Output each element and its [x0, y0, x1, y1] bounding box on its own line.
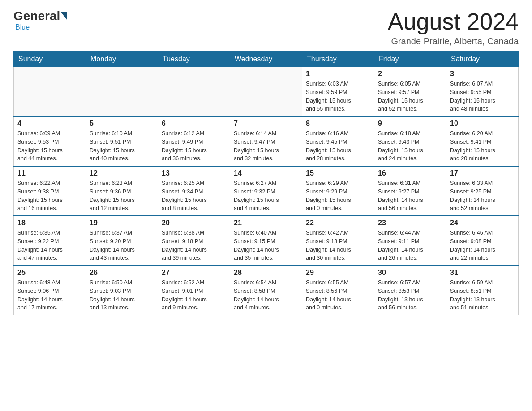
day-info: Sunrise: 6:42 AMSunset: 9:13 PMDaylight:…: [306, 229, 370, 262]
day-number: 3: [450, 70, 515, 78]
calendar-cell: 31Sunrise: 6:59 AMSunset: 8:51 PMDayligh…: [446, 265, 519, 315]
calendar-cell: 8Sunrise: 6:16 AMSunset: 9:45 PMDaylight…: [302, 116, 374, 166]
calendar-cell: 1Sunrise: 6:03 AMSunset: 9:59 PMDaylight…: [302, 67, 374, 117]
day-info: Sunrise: 6:50 AMSunset: 9:03 PMDaylight:…: [90, 278, 154, 312]
calendar-cell: 28Sunrise: 6:54 AMSunset: 8:58 PMDayligh…: [230, 265, 302, 315]
day-number: 4: [17, 120, 82, 128]
title-block: August 2024 Grande Prairie, Alberta, Can…: [388, 9, 519, 47]
calendar-cell: 16Sunrise: 6:31 AMSunset: 9:27 PMDayligh…: [374, 166, 446, 216]
day-number: 23: [378, 219, 442, 227]
day-number: 29: [306, 269, 370, 277]
calendar-cell: 10Sunrise: 6:20 AMSunset: 9:41 PMDayligh…: [446, 116, 519, 166]
day-info: Sunrise: 6:27 AMSunset: 9:32 PMDaylight:…: [234, 179, 298, 213]
calendar-cell: 21Sunrise: 6:40 AMSunset: 9:15 PMDayligh…: [230, 216, 302, 265]
calendar-cell: 20Sunrise: 6:38 AMSunset: 9:18 PMDayligh…: [158, 216, 230, 265]
day-number: 26: [90, 269, 154, 277]
calendar-cell: 9Sunrise: 6:18 AMSunset: 9:43 PMDaylight…: [374, 116, 446, 166]
day-number: 13: [162, 169, 226, 177]
day-number: 11: [17, 169, 82, 177]
calendar-cell: 22Sunrise: 6:42 AMSunset: 9:13 PMDayligh…: [302, 216, 374, 265]
day-number: 5: [90, 120, 154, 128]
day-number: 6: [162, 120, 226, 128]
day-number: 18: [17, 219, 82, 227]
day-number: 28: [234, 269, 298, 277]
day-info: Sunrise: 6:12 AMSunset: 9:49 PMDaylight:…: [162, 129, 226, 163]
day-number: 2: [378, 70, 442, 78]
day-header-thursday: Thursday: [302, 51, 374, 67]
calendar-cell: 18Sunrise: 6:35 AMSunset: 9:22 PMDayligh…: [14, 216, 86, 265]
logo: General Blue: [13, 9, 68, 31]
day-info: Sunrise: 6:09 AMSunset: 9:53 PMDaylight:…: [17, 129, 82, 163]
day-info: Sunrise: 6:46 AMSunset: 9:08 PMDaylight:…: [450, 229, 515, 262]
logo-general-text: General: [13, 9, 60, 23]
calendar-cell: 27Sunrise: 6:52 AMSunset: 9:01 PMDayligh…: [158, 265, 230, 315]
day-info: Sunrise: 6:48 AMSunset: 9:06 PMDaylight:…: [17, 278, 82, 312]
day-info: Sunrise: 6:07 AMSunset: 9:55 PMDaylight:…: [450, 80, 515, 113]
day-info: Sunrise: 6:37 AMSunset: 9:20 PMDaylight:…: [90, 229, 154, 262]
day-info: Sunrise: 6:29 AMSunset: 9:29 PMDaylight:…: [306, 179, 370, 213]
day-number: 9: [378, 120, 442, 128]
day-info: Sunrise: 6:55 AMSunset: 8:56 PMDaylight:…: [306, 278, 370, 312]
calendar-cell: 15Sunrise: 6:29 AMSunset: 9:29 PMDayligh…: [302, 166, 374, 216]
location-subtitle: Grande Prairie, Alberta, Canada: [388, 36, 519, 47]
calendar-week-row: 1Sunrise: 6:03 AMSunset: 9:59 PMDaylight…: [14, 67, 519, 117]
day-info: Sunrise: 6:54 AMSunset: 8:58 PMDaylight:…: [234, 278, 298, 312]
calendar-week-row: 4Sunrise: 6:09 AMSunset: 9:53 PMDaylight…: [14, 116, 519, 166]
day-number: 10: [450, 120, 515, 128]
day-number: 27: [162, 269, 226, 277]
day-header-sunday: Sunday: [14, 51, 86, 67]
calendar-cell: 23Sunrise: 6:44 AMSunset: 9:11 PMDayligh…: [374, 216, 446, 265]
day-number: 14: [234, 169, 298, 177]
day-number: 22: [306, 219, 370, 227]
day-info: Sunrise: 6:03 AMSunset: 9:59 PMDaylight:…: [306, 80, 370, 113]
calendar-cell: 13Sunrise: 6:25 AMSunset: 9:34 PMDayligh…: [158, 166, 230, 216]
calendar-cell: 6Sunrise: 6:12 AMSunset: 9:49 PMDaylight…: [158, 116, 230, 166]
day-info: Sunrise: 6:52 AMSunset: 9:01 PMDaylight:…: [162, 278, 226, 312]
day-number: 24: [450, 219, 515, 227]
day-number: 8: [306, 120, 370, 128]
day-number: 17: [450, 169, 515, 177]
calendar-cell: 25Sunrise: 6:48 AMSunset: 9:06 PMDayligh…: [14, 265, 86, 315]
calendar-cell: 4Sunrise: 6:09 AMSunset: 9:53 PMDaylight…: [14, 116, 86, 166]
day-info: Sunrise: 6:05 AMSunset: 9:57 PMDaylight:…: [378, 80, 442, 113]
calendar-week-row: 11Sunrise: 6:22 AMSunset: 9:38 PMDayligh…: [14, 166, 519, 216]
logo-arrow-icon: [61, 12, 67, 20]
day-number: 20: [162, 219, 226, 227]
calendar-cell: 2Sunrise: 6:05 AMSunset: 9:57 PMDaylight…: [374, 67, 446, 117]
day-number: 7: [234, 120, 298, 128]
calendar-cell: 14Sunrise: 6:27 AMSunset: 9:32 PMDayligh…: [230, 166, 302, 216]
calendar-cell: 11Sunrise: 6:22 AMSunset: 9:38 PMDayligh…: [14, 166, 86, 216]
calendar-cell: 3Sunrise: 6:07 AMSunset: 9:55 PMDaylight…: [446, 67, 519, 117]
day-info: Sunrise: 6:44 AMSunset: 9:11 PMDaylight:…: [378, 229, 442, 262]
month-title: August 2024: [388, 9, 519, 34]
calendar-table: SundayMondayTuesdayWednesdayThursdayFrid…: [13, 51, 519, 315]
day-number: 21: [234, 219, 298, 227]
day-header-saturday: Saturday: [446, 51, 519, 67]
day-info: Sunrise: 6:38 AMSunset: 9:18 PMDaylight:…: [162, 229, 226, 262]
calendar-cell: 17Sunrise: 6:33 AMSunset: 9:25 PMDayligh…: [446, 166, 519, 216]
calendar-week-row: 18Sunrise: 6:35 AMSunset: 9:22 PMDayligh…: [14, 216, 519, 265]
calendar-cell: [230, 67, 302, 117]
calendar-week-row: 25Sunrise: 6:48 AMSunset: 9:06 PMDayligh…: [14, 265, 519, 315]
logo-blue-text: Blue: [15, 23, 30, 31]
calendar-cell: [158, 67, 230, 117]
day-info: Sunrise: 6:16 AMSunset: 9:45 PMDaylight:…: [306, 129, 370, 163]
day-header-wednesday: Wednesday: [230, 51, 302, 67]
day-info: Sunrise: 6:23 AMSunset: 9:36 PMDaylight:…: [90, 179, 154, 213]
day-info: Sunrise: 6:31 AMSunset: 9:27 PMDaylight:…: [378, 179, 442, 213]
day-info: Sunrise: 6:14 AMSunset: 9:47 PMDaylight:…: [234, 129, 298, 163]
day-info: Sunrise: 6:40 AMSunset: 9:15 PMDaylight:…: [234, 229, 298, 262]
day-number: 16: [378, 169, 442, 177]
day-info: Sunrise: 6:25 AMSunset: 9:34 PMDaylight:…: [162, 179, 226, 213]
day-header-tuesday: Tuesday: [158, 51, 230, 67]
calendar-header-row: SundayMondayTuesdayWednesdayThursdayFrid…: [14, 51, 519, 67]
calendar-cell: 5Sunrise: 6:10 AMSunset: 9:51 PMDaylight…: [86, 116, 158, 166]
calendar-cell: 24Sunrise: 6:46 AMSunset: 9:08 PMDayligh…: [446, 216, 519, 265]
day-info: Sunrise: 6:20 AMSunset: 9:41 PMDaylight:…: [450, 129, 515, 163]
day-number: 1: [306, 70, 370, 78]
calendar-cell: 30Sunrise: 6:57 AMSunset: 8:53 PMDayligh…: [374, 265, 446, 315]
day-number: 25: [17, 269, 82, 277]
day-info: Sunrise: 6:22 AMSunset: 9:38 PMDaylight:…: [17, 179, 82, 213]
day-number: 31: [450, 269, 515, 277]
calendar-cell: [14, 67, 86, 117]
